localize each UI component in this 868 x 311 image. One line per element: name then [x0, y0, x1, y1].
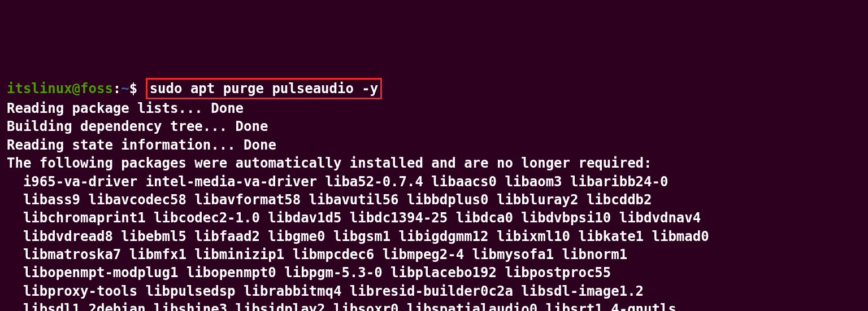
output-reading-state: Reading state information... Done — [7, 137, 276, 153]
package-list-row: i965-va-driver intel-media-va-driver lib… — [7, 173, 861, 191]
prompt-user-host: itslinux@foss — [7, 81, 113, 97]
output-reading-lists: Reading package lists... Done — [7, 100, 244, 116]
prompt-dollar: $ — [129, 81, 137, 97]
package-list-row: libopenmpt-modplug1 libopenmpt0 libpgm-5… — [7, 264, 861, 282]
package-list-row: libproxy-tools libpulsedsp librabbitmq4 … — [7, 282, 861, 300]
prompt-separator: : — [113, 81, 121, 97]
package-list-row: libdvdread8 libebml5 libfaad2 libgme0 li… — [7, 227, 861, 246]
command-text: sudo apt purge pulseaudio -y — [146, 78, 383, 99]
output-auto-installed-header: The following packages were automaticall… — [7, 155, 652, 171]
package-list-row: libmatroska7 libmfx1 libminizip1 libmpcd… — [7, 246, 861, 264]
terminal-output[interactable]: itslinux@foss:~$ sudo apt purge pulseaud… — [7, 78, 861, 311]
prompt-path: ~ — [121, 81, 129, 97]
output-building-tree: Building dependency tree... Done — [7, 119, 268, 134]
package-list-row: libchromaprint1 libcodec2-1.0 libdav1d5 … — [7, 209, 861, 227]
package-list-row: libsdl1.2debian libshine3 libsidplay2 li… — [7, 300, 861, 311]
package-list-row: libass9 libavcodec58 libavformat58 libav… — [7, 191, 861, 209]
prompt-line: itslinux@foss:~$ sudo apt purge pulseaud… — [7, 81, 382, 97]
